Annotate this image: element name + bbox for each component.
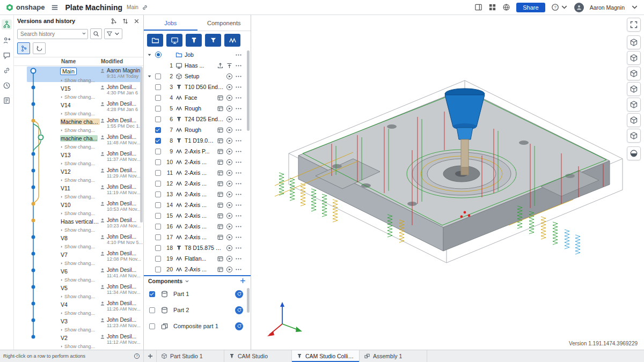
view-cube-button[interactable]	[627, 35, 641, 49]
view-cube-button[interactable]	[627, 113, 641, 127]
play-icon[interactable]	[226, 169, 233, 176]
play-icon[interactable]	[226, 202, 233, 209]
new-tool-button[interactable]	[186, 34, 202, 47]
tab-components[interactable]: Components	[197, 15, 251, 31]
show-changes-toggle[interactable]: Show chang...	[60, 128, 100, 133]
show-changes-toggle[interactable]: Show chang...	[60, 144, 100, 150]
row-menu-icon[interactable]	[235, 234, 242, 241]
share-button[interactable]: Share	[516, 3, 545, 12]
simulate-icon[interactable]	[217, 212, 224, 219]
play-icon[interactable]	[226, 159, 233, 166]
view-cube-button[interactable]	[627, 51, 641, 65]
version-row[interactable]: V3 Show chang... John Desil... 11:23 AM …	[14, 315, 143, 332]
row-menu-icon[interactable]	[235, 266, 242, 273]
view-cube-button[interactable]	[627, 98, 641, 112]
component-row[interactable]: Part 2	[144, 302, 251, 318]
simulate-icon[interactable]	[217, 127, 224, 134]
expand-caret-icon[interactable]	[147, 74, 152, 79]
play-icon[interactable]	[226, 84, 233, 91]
play-icon[interactable]	[226, 94, 233, 101]
play-icon[interactable]	[226, 127, 233, 134]
release-notes-icon[interactable]	[3, 97, 11, 105]
simulate-icon[interactable]	[217, 234, 224, 241]
section-view-button[interactable]	[627, 146, 641, 160]
row-checkbox[interactable]	[155, 116, 161, 122]
new-job-folder-button[interactable]	[147, 34, 163, 47]
simulate-icon[interactable]	[217, 105, 224, 112]
job-tree-row[interactable]: 9 2-Axis P...	[144, 146, 251, 157]
row-menu-icon[interactable]	[235, 169, 242, 176]
job-tree-row[interactable]: 19 Flatlan...	[144, 253, 251, 264]
version-row[interactable]: V11 Show chang... John Desil... 11:19 AM…	[14, 182, 143, 199]
simulate-icon[interactable]	[217, 223, 224, 230]
play-icon[interactable]	[226, 105, 233, 112]
add-component-button[interactable]	[239, 277, 246, 285]
search-scope-chevron-icon[interactable]	[82, 31, 86, 36]
search-history-input[interactable]	[17, 29, 88, 39]
play-icon[interactable]	[226, 180, 233, 187]
row-checkbox[interactable]	[155, 95, 161, 101]
play-icon[interactable]	[226, 212, 233, 219]
help-menu[interactable]: ?	[551, 3, 568, 11]
components-scrollbar[interactable]	[247, 288, 250, 313]
version-row[interactable]: V2 Show chang... John Desil... 11:12 AM …	[14, 332, 143, 349]
show-changes-toggle[interactable]: Show chang...	[60, 194, 100, 200]
show-changes-toggle[interactable]: Show chang...	[60, 227, 100, 233]
close-panel-icon[interactable]	[133, 18, 140, 25]
update-component-button[interactable]	[235, 306, 243, 314]
row-checkbox[interactable]	[155, 224, 161, 230]
job-tree-row[interactable]: 17 2-Axis ...	[144, 232, 251, 242]
row-checkbox[interactable]	[155, 181, 161, 187]
row-checkbox[interactable]	[155, 127, 161, 133]
workspace-name[interactable]: Main	[127, 4, 138, 10]
row-menu-icon[interactable]	[235, 127, 242, 134]
play-icon[interactable]	[226, 137, 233, 144]
job-tree-row[interactable]: 18 T8 D15.875 En...	[144, 242, 251, 253]
simulate-icon[interactable]	[217, 169, 224, 176]
row-menu-icon[interactable]	[235, 212, 242, 219]
row-checkbox[interactable]	[155, 170, 161, 176]
row-checkbox[interactable]	[155, 84, 161, 90]
versions-tree-icon[interactable]	[2, 19, 12, 29]
show-changes-toggle[interactable]: Show chang...	[60, 277, 100, 283]
update-component-button[interactable]	[235, 290, 243, 298]
play-icon[interactable]	[226, 73, 233, 80]
show-changes-toggle[interactable]: Show chang...	[60, 161, 100, 166]
doc-tab[interactable]: Assembly 1	[360, 350, 427, 362]
globe-icon[interactable]	[502, 3, 510, 11]
show-changes-toggle[interactable]: Show chang...	[60, 178, 100, 183]
view-cube-button[interactable]	[627, 67, 641, 80]
expand-caret-icon[interactable]	[147, 53, 152, 57]
play-icon[interactable]	[226, 148, 233, 155]
simulate-icon[interactable]	[217, 148, 224, 155]
job-tree-row[interactable]: Job	[144, 49, 251, 60]
doc-tab[interactable]: CAM Studio	[224, 350, 292, 362]
row-checkbox[interactable]	[155, 234, 161, 240]
play-icon[interactable]	[226, 255, 233, 262]
component-row[interactable]: Part 1	[144, 286, 251, 302]
row-menu-icon[interactable]	[235, 223, 242, 230]
main-menu-icon[interactable]	[51, 4, 58, 11]
play-icon[interactable]	[226, 266, 233, 273]
new-operation-button[interactable]	[205, 34, 221, 47]
row-checkbox[interactable]	[155, 73, 161, 79]
job-tree-row[interactable]: 13 2-Axis ...	[144, 189, 251, 200]
simulate-icon[interactable]	[217, 202, 224, 209]
version-row[interactable]: Main Show chang... Aaron Magnin 9:31 AM …	[14, 66, 143, 83]
component-row[interactable]: Composite part 1	[144, 318, 251, 334]
row-checkbox[interactable]	[155, 106, 161, 112]
output-radio[interactable]	[155, 51, 162, 58]
row-checkbox[interactable]	[155, 267, 161, 272]
play-icon[interactable]	[226, 223, 233, 230]
linked-documents-icon[interactable]	[3, 67, 11, 75]
document-panel-icon[interactable]	[474, 3, 482, 11]
fullscreen-button[interactable]	[627, 18, 641, 32]
row-checkbox[interactable]	[155, 138, 161, 144]
filter-button[interactable]	[104, 28, 122, 39]
version-row[interactable]: Machine chan... Show chang... John Desil…	[14, 116, 143, 132]
version-row[interactable]: V4 Show chang... John Desil... 11:26 AM …	[14, 299, 143, 315]
row-menu-icon[interactable]	[235, 148, 242, 155]
job-tree-row[interactable]: 4 Face	[144, 92, 251, 103]
version-row[interactable]: V15 Show chang... John Desil... 4:30 PM …	[14, 83, 143, 99]
job-tree-row[interactable]: 15 2-Axis ...	[144, 210, 251, 221]
